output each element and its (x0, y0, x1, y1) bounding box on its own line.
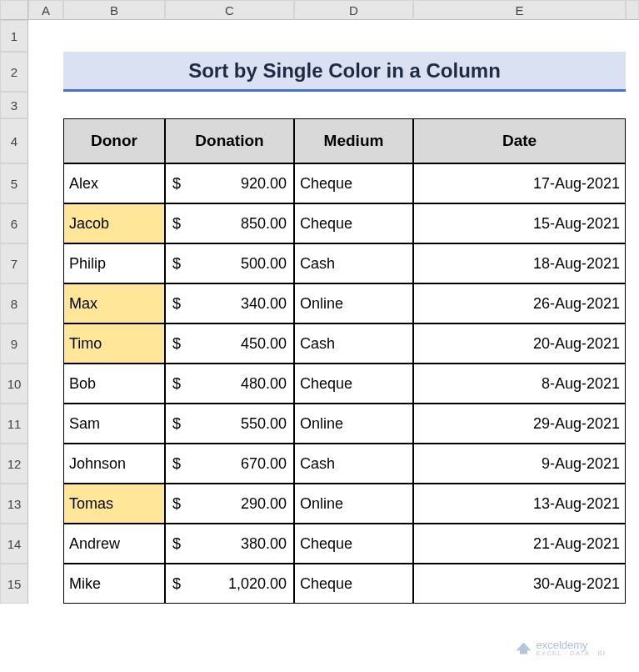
cell-medium[interactable]: Online (294, 404, 413, 444)
col-header-E[interactable]: E (413, 0, 626, 20)
cell-medium[interactable]: Cheque (294, 163, 413, 203)
cell-donor[interactable]: Timo (63, 323, 165, 364)
cell-medium[interactable]: Cash (294, 243, 413, 283)
cell[interactable] (28, 283, 63, 323)
col-header-A[interactable]: A (28, 0, 63, 20)
row-header-10[interactable]: 10 (0, 364, 28, 404)
row-header-9[interactable]: 9 (0, 323, 28, 364)
cell-donation[interactable]: $670.00 (165, 444, 294, 484)
page-title[interactable]: Sort by Single Color in a Column (63, 52, 626, 92)
header-donor[interactable]: Donor (63, 118, 165, 163)
cell[interactable] (28, 524, 63, 564)
cell-donor[interactable]: Alex (63, 163, 165, 203)
cell-date[interactable]: 9-Aug-2021 (413, 444, 626, 484)
cell[interactable] (28, 564, 63, 604)
cell[interactable] (626, 243, 639, 283)
row-header-8[interactable]: 8 (0, 283, 28, 323)
row-header-12[interactable]: 12 (0, 444, 28, 484)
cell[interactable] (28, 444, 63, 484)
cell-date[interactable]: 18-Aug-2021 (413, 243, 626, 283)
cell-date[interactable]: 17-Aug-2021 (413, 163, 626, 203)
header-medium[interactable]: Medium (294, 118, 413, 163)
cell[interactable] (626, 524, 639, 564)
cell-date[interactable]: 20-Aug-2021 (413, 323, 626, 364)
cell[interactable] (626, 203, 639, 243)
cell-medium[interactable]: Cheque (294, 524, 413, 564)
cell-donation[interactable]: $340.00 (165, 283, 294, 323)
cell[interactable] (28, 20, 639, 52)
cell-medium[interactable]: Online (294, 283, 413, 323)
cell[interactable] (626, 323, 639, 364)
row-header-7[interactable]: 7 (0, 243, 28, 283)
header-date[interactable]: Date (413, 118, 626, 163)
cell-donor[interactable]: Tomas (63, 484, 165, 524)
row-header-6[interactable]: 6 (0, 203, 28, 243)
row-header-15[interactable]: 15 (0, 564, 28, 604)
cell-donor[interactable]: Sam (63, 404, 165, 444)
cell[interactable] (626, 163, 639, 203)
cell-donor[interactable]: Andrew (63, 524, 165, 564)
cell[interactable] (28, 364, 63, 404)
cell[interactable] (626, 52, 639, 92)
cell-medium[interactable]: Cheque (294, 564, 413, 604)
cell[interactable] (28, 92, 639, 118)
watermark-logo-icon (516, 643, 531, 654)
cell-donation[interactable]: $500.00 (165, 243, 294, 283)
cell-donor[interactable]: Bob (63, 364, 165, 404)
cell[interactable] (626, 118, 639, 163)
col-header-B[interactable]: B (63, 0, 165, 20)
row-header-5[interactable]: 5 (0, 163, 28, 203)
row-header-2[interactable]: 2 (0, 52, 28, 92)
cell-donor[interactable]: Philip (63, 243, 165, 283)
col-header-C[interactable]: C (165, 0, 294, 20)
cell[interactable] (626, 404, 639, 444)
row-header-13[interactable]: 13 (0, 484, 28, 524)
cell-date[interactable]: 13-Aug-2021 (413, 484, 626, 524)
cell[interactable] (626, 283, 639, 323)
cell-donation[interactable]: $290.00 (165, 484, 294, 524)
cell-donor[interactable]: Max (63, 283, 165, 323)
cell-donor[interactable]: Johnson (63, 444, 165, 484)
cell[interactable] (626, 364, 639, 404)
cell[interactable] (626, 484, 639, 524)
cell[interactable] (28, 323, 63, 364)
cell-medium[interactable]: Cheque (294, 364, 413, 404)
row-header-3[interactable]: 3 (0, 92, 28, 118)
cell[interactable] (28, 52, 63, 92)
row-header-14[interactable]: 14 (0, 524, 28, 564)
cell-donation[interactable]: $920.00 (165, 163, 294, 203)
cell[interactable] (28, 484, 63, 524)
cell-donation[interactable]: $1,020.00 (165, 564, 294, 604)
header-donation[interactable]: Donation (165, 118, 294, 163)
cell-donation[interactable]: $850.00 (165, 203, 294, 243)
cell[interactable] (28, 163, 63, 203)
cell-donation[interactable]: $450.00 (165, 323, 294, 364)
cell[interactable] (626, 564, 639, 604)
cell-medium[interactable]: Cheque (294, 203, 413, 243)
cell-medium[interactable]: Online (294, 484, 413, 524)
cell-date[interactable]: 30-Aug-2021 (413, 564, 626, 604)
cell[interactable] (28, 118, 63, 163)
cell-date[interactable]: 26-Aug-2021 (413, 283, 626, 323)
cell[interactable] (28, 203, 63, 243)
cell-medium[interactable]: Cash (294, 323, 413, 364)
cell-date[interactable]: 29-Aug-2021 (413, 404, 626, 444)
cell[interactable] (28, 243, 63, 283)
row-header-11[interactable]: 11 (0, 404, 28, 444)
select-all-corner[interactable] (0, 0, 28, 20)
cell-medium[interactable]: Cash (294, 444, 413, 484)
cell[interactable] (28, 404, 63, 444)
watermark: exceldemy EXCEL · DATA · BI (516, 639, 606, 657)
cell-donor[interactable]: Mike (63, 564, 165, 604)
cell-donation[interactable]: $380.00 (165, 524, 294, 564)
row-header-4[interactable]: 4 (0, 118, 28, 163)
cell-date[interactable]: 21-Aug-2021 (413, 524, 626, 564)
col-header-D[interactable]: D (294, 0, 413, 20)
cell-donation[interactable]: $480.00 (165, 364, 294, 404)
cell-donation[interactable]: $550.00 (165, 404, 294, 444)
cell-date[interactable]: 15-Aug-2021 (413, 203, 626, 243)
cell[interactable] (626, 444, 639, 484)
cell-date[interactable]: 8-Aug-2021 (413, 364, 626, 404)
cell-donor[interactable]: Jacob (63, 203, 165, 243)
row-header-1[interactable]: 1 (0, 20, 28, 52)
